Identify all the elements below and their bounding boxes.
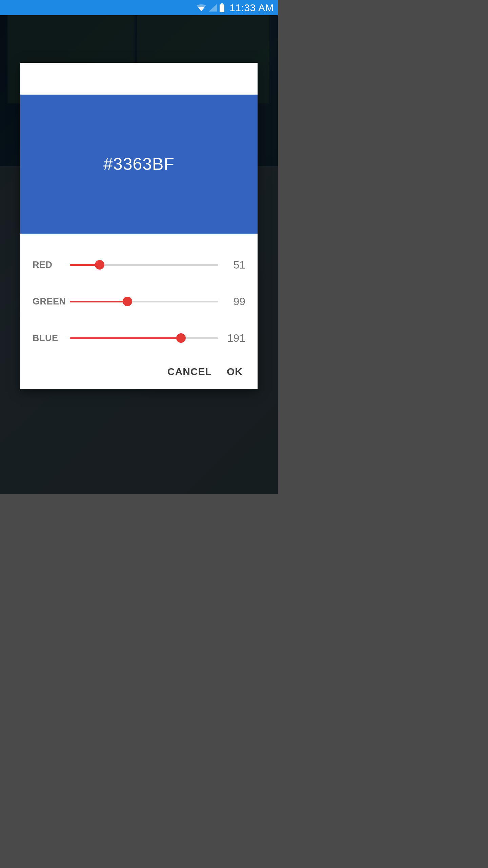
green-slider-row: GREEN 99: [33, 283, 245, 320]
red-slider-thumb[interactable]: [95, 260, 104, 270]
blue-slider-value: 191: [218, 332, 245, 344]
wifi-icon: [196, 4, 206, 12]
blue-slider-fill: [70, 337, 181, 339]
green-slider-fill: [70, 301, 127, 302]
cancel-button[interactable]: CANCEL: [167, 366, 212, 377]
cell-signal-icon: [208, 4, 217, 12]
svg-rect-1: [220, 4, 224, 12]
dialog-header: [20, 63, 258, 95]
green-slider-thumb[interactable]: [123, 297, 132, 306]
svg-rect-0: [221, 3, 223, 4]
green-slider-value: 99: [218, 295, 245, 308]
battery-icon: [219, 3, 225, 12]
red-slider-value: 51: [218, 259, 245, 271]
blue-slider-thumb[interactable]: [176, 333, 186, 343]
sliders-container: RED 51 GREEN 99 BLUE 191: [20, 234, 258, 360]
blue-slider-label: BLUE: [33, 333, 70, 343]
dialog-button-bar: CANCEL OK: [20, 360, 258, 389]
red-slider-label: RED: [33, 260, 70, 270]
status-icons: 11:33 AM: [196, 2, 274, 14]
ok-button[interactable]: OK: [227, 366, 243, 377]
red-slider-row: RED 51: [33, 246, 245, 283]
status-time: 11:33 AM: [229, 2, 274, 14]
green-slider[interactable]: [70, 295, 218, 308]
color-swatch: #3363BF: [20, 95, 258, 234]
hex-value-label: #3363BF: [103, 154, 175, 174]
green-slider-label: GREEN: [33, 296, 70, 307]
color-picker-dialog: #3363BF RED 51 GREEN 99 BLUE: [20, 63, 258, 389]
red-slider[interactable]: [70, 259, 218, 271]
status-bar: 11:33 AM: [0, 0, 278, 15]
blue-slider-row: BLUE 191: [33, 320, 245, 356]
blue-slider[interactable]: [70, 332, 218, 344]
